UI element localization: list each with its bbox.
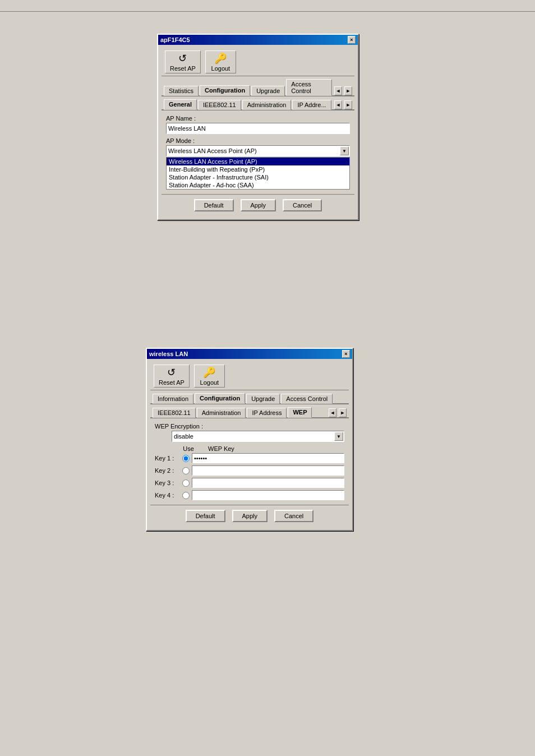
subtab-administration[interactable]: Administration bbox=[242, 100, 292, 110]
window2-apply-button[interactable]: Apply bbox=[232, 510, 268, 522]
window2-content: ↺ Reset AP 🔑 Logout Information Configur… bbox=[147, 359, 352, 530]
wep-key4-row: Key 4 : bbox=[155, 490, 344, 500]
window2-bottom-buttons: Default Apply Cancel bbox=[150, 505, 349, 527]
window1-titlebar: apF1F4C5 × bbox=[158, 35, 358, 45]
key4-input[interactable] bbox=[192, 490, 344, 500]
tab2-access-control[interactable]: Access Control bbox=[281, 394, 333, 404]
key4-radio[interactable] bbox=[182, 492, 190, 499]
ap-name-group: AP Name : bbox=[166, 115, 350, 134]
window2-reset-button[interactable]: ↺ Reset AP bbox=[154, 365, 190, 388]
key4-label: Key 4 : bbox=[155, 492, 180, 499]
subtab2-nav-left[interactable]: ◄ bbox=[329, 408, 336, 417]
wep-keys-table: Use WEP Key Key 1 : Key 2 : Key bbox=[150, 445, 349, 500]
key3-radio[interactable] bbox=[182, 480, 190, 487]
window1-main-tabs: Statistics Configuration Upgrade Access … bbox=[162, 79, 354, 96]
key3-label: Key 3 : bbox=[155, 480, 180, 486]
key2-radio[interactable] bbox=[182, 467, 190, 474]
subtab2-ieee[interactable]: IEEE802.11 bbox=[153, 408, 196, 418]
tab-upgrade[interactable]: Upgrade bbox=[251, 86, 285, 96]
logout-icon: 🔑 bbox=[214, 52, 227, 64]
ap-mode-label: AP Mode : bbox=[166, 137, 350, 144]
subtab-ieee80211[interactable]: IEEE802.11 bbox=[198, 100, 241, 110]
subtab-general[interactable]: General bbox=[164, 99, 197, 110]
window2-default-button[interactable]: Default bbox=[186, 510, 225, 522]
wep-key3-row: Key 3 : bbox=[155, 478, 344, 488]
window1-close-button[interactable]: × bbox=[348, 36, 356, 44]
wep-encryption-select[interactable]: disable 64-bit 128-bit bbox=[172, 431, 344, 442]
main-tab-nav: ◄ ► bbox=[333, 86, 352, 95]
key1-label: Key 1 : bbox=[155, 455, 180, 462]
window1-default-button[interactable]: Default bbox=[194, 199, 234, 211]
wep-encryption-group: WEP Encryption : disable 64-bit 128-bit … bbox=[155, 423, 344, 442]
window1-content: ↺ Reset AP 🔑 Logout Statistics Configura… bbox=[158, 45, 358, 219]
window1-apply-button[interactable]: Apply bbox=[241, 199, 276, 211]
sub-tab-nav: ◄ ► bbox=[333, 100, 352, 109]
window2: wireless LAN × ↺ Reset AP 🔑 Logout bbox=[146, 348, 353, 531]
window2-main-tabs: Information Configuration Upgrade Access… bbox=[150, 393, 349, 404]
window1: apF1F4C5 × ↺ Reset AP 🔑 Logout Stat bbox=[157, 34, 359, 220]
subtab2-admin[interactable]: Administration bbox=[197, 408, 246, 418]
key2-input[interactable] bbox=[192, 465, 344, 476]
ap-name-label: AP Name : bbox=[166, 115, 350, 122]
ap-name-input[interactable] bbox=[166, 123, 350, 134]
key3-input[interactable] bbox=[192, 478, 344, 488]
window1-title: apF1F4C5 bbox=[160, 36, 190, 43]
tab2-information[interactable]: Information bbox=[153, 394, 193, 404]
ap-mode-select-wrapper: Wireless LAN Access Point (AP) Inter-Bui… bbox=[166, 145, 350, 156]
ap-mode-dropdown-list: Wireless LAN Access Point (AP) Inter-Bui… bbox=[166, 157, 350, 190]
wep-encryption-label: WEP Encryption : bbox=[155, 423, 344, 430]
subtab-nav-left[interactable]: ◄ bbox=[334, 100, 342, 109]
wep-header-row: Use WEP Key bbox=[155, 445, 344, 452]
wep-select-wrapper: disable 64-bit 128-bit ▼ bbox=[155, 431, 344, 442]
ap-mode-select[interactable]: Wireless LAN Access Point (AP) Inter-Bui… bbox=[166, 145, 350, 156]
window2-titlebar: wireless LAN × bbox=[147, 349, 352, 359]
tab2-upgrade[interactable]: Upgrade bbox=[246, 394, 280, 404]
wep-dropdown-wrapper: disable 64-bit 128-bit ▼ bbox=[172, 431, 344, 442]
tab-nav-right[interactable]: ► bbox=[344, 86, 352, 95]
wep-use-header: Use bbox=[180, 445, 197, 452]
subtab2-ipaddress[interactable]: IP Address bbox=[247, 408, 287, 418]
window2-title: wireless LAN bbox=[149, 351, 188, 357]
window1-bottom-buttons: Default Apply Cancel bbox=[162, 194, 354, 216]
sub-tab2-nav: ◄ ► bbox=[328, 408, 347, 417]
key1-input[interactable] bbox=[192, 453, 344, 463]
window2-toolbar: ↺ Reset AP 🔑 Logout bbox=[150, 362, 349, 390]
window1-cancel-button[interactable]: Cancel bbox=[283, 199, 322, 211]
dropdown-item-2[interactable]: Inter-Building with Repeating (PxP) bbox=[167, 165, 349, 173]
window2-cancel-button[interactable]: Cancel bbox=[274, 510, 313, 522]
logout-icon-2: 🔑 bbox=[203, 366, 215, 379]
wep-key-header: WEP Key bbox=[208, 445, 234, 452]
ap-mode-group: AP Mode : Wireless LAN Access Point (AP)… bbox=[166, 137, 350, 190]
window2-logout-button[interactable]: 🔑 Logout bbox=[194, 365, 225, 388]
tab-access-control[interactable]: Access Control bbox=[286, 79, 332, 96]
subtab2-wep[interactable]: WEP bbox=[288, 407, 312, 418]
wep-key2-row: Key 2 : bbox=[155, 465, 344, 476]
dropdown-item-4[interactable]: Station Adapter - Ad-hoc (SAA) bbox=[167, 181, 349, 189]
window2-sub-tabs: IEEE802.11 Administration IP Address WEP… bbox=[150, 407, 349, 418]
tab-nav-left[interactable]: ◄ bbox=[334, 86, 342, 95]
subtab2-nav-right[interactable]: ► bbox=[339, 408, 347, 417]
reset-icon: ↺ bbox=[178, 52, 187, 64]
window2-close-button[interactable]: × bbox=[342, 350, 350, 358]
window1-logout-button[interactable]: 🔑 Logout bbox=[205, 50, 236, 73]
window1-toolbar: ↺ Reset AP 🔑 Logout bbox=[162, 48, 354, 76]
window1-sub-tabs: General IEEE802.11 Administration IP Add… bbox=[162, 99, 354, 110]
dropdown-item-3[interactable]: Station Adapter - Infrastructure (SAI) bbox=[167, 173, 349, 181]
dropdown-item-1[interactable]: Wireless LAN Access Point (AP) bbox=[167, 158, 349, 165]
subtab-nav-right[interactable]: ► bbox=[344, 100, 352, 109]
tab2-configuration[interactable]: Configuration bbox=[195, 393, 245, 404]
window1-reset-button[interactable]: ↺ Reset AP bbox=[165, 50, 201, 73]
subtab-ipaddress[interactable]: IP Addre... bbox=[292, 100, 331, 110]
key2-label: Key 2 : bbox=[155, 467, 180, 474]
wep-key1-row: Key 1 : bbox=[155, 453, 344, 463]
tab-configuration[interactable]: Configuration bbox=[200, 85, 250, 96]
key1-radio[interactable] bbox=[182, 455, 190, 462]
tab-statistics[interactable]: Statistics bbox=[164, 86, 199, 96]
reset-icon-2: ↺ bbox=[167, 366, 176, 379]
